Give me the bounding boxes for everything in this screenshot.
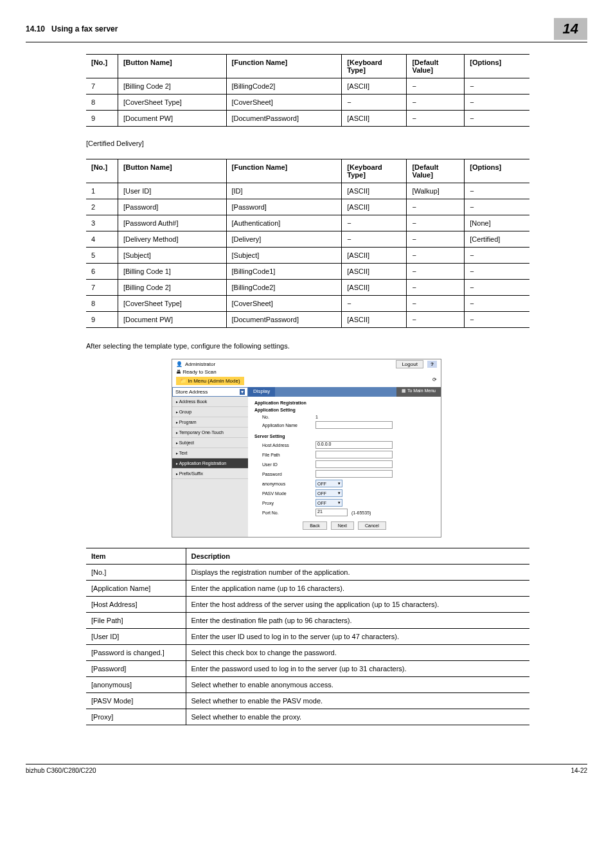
table-row: 2[Password][Password][ASCII]−− <box>86 199 529 215</box>
table-row: [Host Address]Enter the host address of … <box>86 597 529 613</box>
table-row: 5[Subject][Subject][ASCII]−− <box>86 248 529 264</box>
store-address-select[interactable]: Store Address▾ <box>172 387 248 397</box>
port-input[interactable]: 21 <box>315 509 348 516</box>
table-row: 6[Billing Code 1][BillingCode1][ASCII]−− <box>86 264 529 280</box>
footer-model: bizhub C360/C280/C220 <box>26 767 96 774</box>
table-row: [PASV Mode]Select whether to enable the … <box>86 693 529 709</box>
col-header: [No.] <box>86 159 118 183</box>
table-row: [File Path]Enter the destination file pa… <box>86 613 529 629</box>
col-header: Description <box>186 548 529 565</box>
printer-icon: 🖶 <box>176 369 181 375</box>
table-row: 1[User ID][ID][ASCII][Walkup]− <box>86 183 529 199</box>
table-row: [Proxy]Select whether to enable the prox… <box>86 709 529 725</box>
table-row: 9[Document PW][DocumentPassword][ASCII]−… <box>86 111 529 127</box>
port-label: Port No. <box>254 511 315 515</box>
mode-indicator: 📁 In Menu (Admin Mode) <box>176 377 244 385</box>
to-main-menu-button[interactable]: ▦ To Main Menu <box>396 387 441 397</box>
password-input[interactable] <box>315 470 393 478</box>
no-value: 1 <box>315 415 318 419</box>
proxy-select[interactable]: OFF▾ <box>315 499 342 507</box>
logout-button[interactable]: Logout <box>396 360 423 368</box>
password-label: Password <box>254 472 315 476</box>
back-button[interactable]: Back <box>303 521 327 530</box>
display-button[interactable]: Display <box>248 387 275 397</box>
col-header: [Function Name] <box>226 55 342 78</box>
section-title: 14.10 Using a fax server <box>26 24 118 33</box>
col-header: Item <box>86 548 186 565</box>
server-setting-heading: Server Setting <box>254 434 434 439</box>
col-header: [Button Name] <box>118 55 226 78</box>
cancel-button[interactable]: Cancel <box>358 521 386 530</box>
col-header: [Options] <box>465 159 529 183</box>
sidebar-item[interactable]: Subject <box>172 438 248 448</box>
userid-label: User ID <box>254 462 315 467</box>
table-2: [No.][Button Name][Function Name][Keyboa… <box>86 159 529 328</box>
table-row: 4[Delivery Method][Delivery]−−[Certified… <box>86 231 529 248</box>
userid-input[interactable] <box>315 460 393 468</box>
appname-input[interactable] <box>315 421 393 429</box>
col-header: [No.] <box>86 55 118 78</box>
page-header: 14.10 Using a fax server 14 <box>26 18 587 42</box>
sidebar-item[interactable]: Group <box>172 407 248 417</box>
proxy-label: Proxy <box>254 501 315 505</box>
host-label: Host Address <box>254 443 315 448</box>
table-1: [No.][Button Name][Function Name][Keyboa… <box>86 54 529 127</box>
no-label: No. <box>254 415 315 419</box>
filepath-input[interactable] <box>315 451 393 458</box>
chapter-badge: 14 <box>554 18 587 40</box>
appname-label: Application Name <box>254 423 315 428</box>
table-row: [User ID]Enter the user ID used to log i… <box>86 629 529 645</box>
sidebar-item[interactable]: Temporary One-Touch <box>172 428 248 438</box>
table-row: [Password is changed.]Select this check … <box>86 645 529 661</box>
sidebar-item[interactable]: Text <box>172 448 248 458</box>
table-row: 9[Document PW][DocumentPassword][ASCII]−… <box>86 312 529 328</box>
table-row: 8[CoverSheet Type][CoverSheet]−−− <box>86 95 529 111</box>
table-row: [Application Name]Enter the application … <box>86 581 529 597</box>
pasv-select[interactable]: OFF▾ <box>315 489 342 497</box>
table-row: 3[Password Auth#][Authentication]−−[None… <box>86 215 529 231</box>
sidebar-item[interactable]: Program <box>172 417 248 428</box>
footer-page: 14-22 <box>571 767 587 774</box>
sidebar-item[interactable]: Application Registration <box>172 458 248 469</box>
next-button[interactable]: Next <box>331 521 354 530</box>
port-range: (1-65535) <box>351 511 371 515</box>
table-row: [No.]Displays the registration number of… <box>86 565 529 581</box>
table-row: 7[Billing Code 2][BillingCode2][ASCII]−− <box>86 78 529 95</box>
filepath-label: File Path <box>254 453 315 457</box>
col-header: [Keyboard Type] <box>342 55 407 78</box>
admin-screenshot: 👤Administrator Logout ? 🖶 Ready to Scan … <box>172 359 441 538</box>
anon-label: anonymous <box>254 482 315 486</box>
ready-label: Ready to Scan <box>182 369 216 375</box>
col-header: [Keyboard Type] <box>342 159 407 183</box>
host-input[interactable]: 0.0.0.0 <box>315 441 393 449</box>
col-header: [Options] <box>465 55 529 78</box>
refresh-icon[interactable]: ⟳ <box>432 377 437 383</box>
app-registration-heading: Application Registration <box>254 401 434 405</box>
table-row: [Password]Enter the password used to log… <box>86 661 529 677</box>
user-icon: 👤 <box>176 361 182 367</box>
admin-label: Administrator <box>185 361 215 367</box>
col-header: [Function Name] <box>226 159 342 183</box>
page-footer: bizhub C360/C280/C220 14-22 <box>26 764 587 774</box>
anon-select[interactable]: OFF▾ <box>315 480 342 487</box>
col-header: [Default Value] <box>407 159 465 183</box>
description-table: ItemDescription[No.]Displays the registr… <box>86 548 529 725</box>
instruction-paragraph: After selecting the template type, confi… <box>86 342 587 350</box>
table-row: 8[CoverSheet Type][CoverSheet]−−− <box>86 296 529 312</box>
certified-delivery-subhead: [Certified Delivery] <box>86 140 587 147</box>
table-row: [anonymous]Select whether to enable anon… <box>86 677 529 693</box>
help-icon[interactable]: ? <box>427 361 437 368</box>
sidebar-nav: Address BookGroupProgramTemporary One-To… <box>172 397 248 537</box>
sidebar-item[interactable]: Prefix/Suffix <box>172 469 248 479</box>
sidebar-item[interactable]: Address Book <box>172 397 248 407</box>
col-header: [Button Name] <box>118 159 226 183</box>
col-header: [Default Value] <box>407 55 465 78</box>
app-setting-heading: Application Setting <box>254 408 434 412</box>
pasv-label: PASV Mode <box>254 491 315 496</box>
table-row: 7[Billing Code 2][BillingCode2][ASCII]−− <box>86 280 529 296</box>
